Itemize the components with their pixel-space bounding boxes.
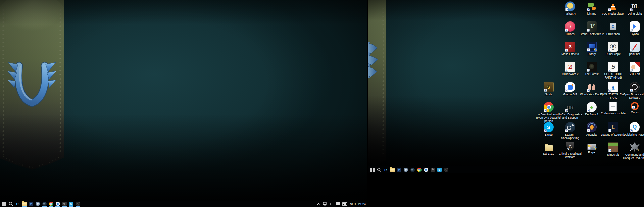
desktop-icon-itunes[interactable]: ♪↗ iTunes <box>559 21 581 36</box>
shortcut-arrow-icon: ↗ <box>630 69 633 72</box>
desktop-icon-sims-4[interactable]: ◆↗ De Sims 4 <box>581 102 602 116</box>
action-center-icon[interactable] <box>336 202 340 206</box>
taskbar-app-edge[interactable]: e <box>382 166 389 173</box>
taskbar-app-chrome[interactable] <box>48 201 54 207</box>
gtav-icon: V↗ <box>587 21 597 32</box>
desktop-icon-guild-wars-2[interactable]: 2↗ Guild Wars 2 <box>559 62 581 76</box>
league-icon: L↗ <box>608 122 618 132</box>
shortcut-arrow-icon: ↗ <box>587 8 590 11</box>
desktop-icon-recycle-bin[interactable]: ♻ Prullenbak <box>602 21 624 36</box>
desktop-icon-the-forest[interactable]: ↗ The Forest <box>581 62 602 76</box>
desktop-icon-gta-v[interactable]: V↗ Grand Theft Auto V <box>581 21 602 36</box>
chrome-icon <box>49 202 53 206</box>
shortcut-arrow-icon: ↗ <box>608 69 611 72</box>
obs-icon <box>444 168 448 172</box>
desktop-icon-joinme[interactable]: ↗ join.me <box>581 1 602 15</box>
desktop-icon-command-conquer[interactable]: ↗ Command and Conquer Red Alert <box>624 142 644 160</box>
taskbar-app-steam[interactable] <box>41 201 48 207</box>
desktop-icon-vlc[interactable]: ↗ VLC media player <box>602 1 624 15</box>
taskbar-app-film-tv[interactable] <box>396 166 402 173</box>
desktop-icon-obs[interactable]: ↗ Open Broadcaster Software <box>624 82 644 99</box>
vlc-icon: ↗ <box>608 1 618 11</box>
taskbar-app-round[interactable] <box>34 201 41 207</box>
shortcut-arrow-icon: ↗ <box>565 89 568 92</box>
camera-icon <box>431 168 435 172</box>
shortcut-arrow-icon: ↗ <box>544 89 547 92</box>
desktop-icon-paint-net[interactable]: ↗ paint.net <box>624 42 644 56</box>
desktop-icon-vtfedit[interactable]: ↗ VTFEdit <box>624 62 644 76</box>
taskbar-app-file-explorer[interactable] <box>21 201 28 207</box>
windows-logo-icon <box>370 168 375 172</box>
desktop-icon-hirez-diagnostics[interactable]: HR↗ Hi-Rez Diagnostics and Support <box>559 102 581 119</box>
desktop-icon-fraps[interactable]: 99↗ Fraps <box>581 142 602 154</box>
taskbar-app-round[interactable] <box>402 166 409 173</box>
desktop-icon-gyazo[interactable]: ↗ Gyazo <box>624 21 644 36</box>
shortcut-arrow-icon: ↗ <box>630 29 633 32</box>
gyazo-gif-icon: ↗ <box>565 82 575 92</box>
search-button[interactable] <box>7 201 14 207</box>
taskbar-app-camera[interactable] <box>429 166 436 173</box>
sims4-icon: ◆↗ <box>587 102 597 112</box>
taskbar-app-file-explorer[interactable] <box>389 166 396 173</box>
desktop-icon-minecraft[interactable]: ↗ Minecraft <box>602 142 624 156</box>
shortcut-arrow-icon: ↗ <box>588 147 591 150</box>
taskbar-app-obs[interactable] <box>75 201 81 207</box>
desktop-icon-sai-folder[interactable]: Sai 1.1.0 <box>538 142 559 155</box>
desktop-icon-fallout-4[interactable]: ↗ Fallout 4 <box>559 1 581 15</box>
taskbar-app-film-tv[interactable] <box>28 201 34 207</box>
touch-keyboard-icon[interactable] <box>342 202 347 206</box>
shortcut-arrow-icon: ↗ <box>608 49 611 52</box>
taskbar-app-obs[interactable] <box>443 166 449 173</box>
desktop-icon-dying-light[interactable]: DL↗ Dying Light <box>624 1 644 15</box>
paintnet-icon: ↗ <box>630 42 640 52</box>
taskbar-left-apps: e S <box>0 201 81 207</box>
network-icon[interactable] <box>323 202 327 206</box>
shortcut-arrow-icon: ↗ <box>587 89 590 92</box>
taskbar-app-steam[interactable] <box>409 166 416 173</box>
desktop-icon-clip-studio[interactable]: S↗ CLIP STUDIO PAINT (64bit) <box>602 62 624 79</box>
steam-icon <box>410 168 415 172</box>
audacity-icon: ↗ <box>587 122 597 132</box>
desktop-icon-chrome-song[interactable]: ↗ a Beautifull song given by a beautiful… <box>538 102 559 123</box>
language-indicator[interactable]: NLD <box>350 202 356 206</box>
shortcut-arrow-icon: ↗ <box>632 106 635 109</box>
desktop-icon-pdf-document[interactable]: epdf↗ E045_732785_Rev... FAAC <box>602 82 624 99</box>
clock[interactable]: 21:24 <box>358 202 366 206</box>
desktop-icon-origin[interactable]: ↗ Origin <box>624 102 644 114</box>
minecraft-block-icon: ↗ <box>608 142 618 152</box>
volume-icon[interactable] <box>330 202 334 206</box>
gyazo-icon: ↗ <box>630 21 640 32</box>
desktop-icon-league-of-legends[interactable]: L↗ League of Legends <box>602 122 624 136</box>
shortcut-arrow-icon: ↗ <box>565 8 568 11</box>
desktop-icon-code-steam-mobile[interactable]: Code steam mobile <box>602 102 624 115</box>
taskbar-app-media[interactable] <box>54 201 61 207</box>
desktop-icon-audacity[interactable]: ↗ Audacity <box>581 122 602 136</box>
desktop-icon-steam[interactable]: ↗ Steam - Snelkoppeling <box>559 122 581 140</box>
taskbar-app-media[interactable] <box>423 166 429 173</box>
forest-icon: ↗ <box>587 62 597 72</box>
taskbar-app-edge[interactable]: e <box>14 201 21 207</box>
runescape-icon: R↗ <box>608 42 618 52</box>
desktop-icon-chivalry[interactable]: C↗ Chivalry Medieval Warfare <box>559 142 581 159</box>
origin-icon: ↗ <box>631 102 639 110</box>
desktop-icon-gyazo-gif[interactable]: ↗ Gyazo GIF <box>559 82 581 96</box>
desktop-icon-runescape[interactable]: R↗ RuneScape <box>602 42 624 56</box>
desktop-icon-quicktime[interactable]: Q↗ QuickTime Player <box>624 122 644 136</box>
guild-wars-icon: 2↗ <box>565 62 575 72</box>
start-button[interactable] <box>1 201 7 207</box>
desktop-icon-smite[interactable]: S↗ Smite <box>538 82 559 96</box>
taskbar-app-skype[interactable]: S <box>436 166 443 173</box>
desktop-icon-mass-effect-3[interactable]: 3↗ Mass Effect 3 <box>559 42 581 56</box>
taskbar-app-chrome[interactable] <box>416 166 423 173</box>
chevron-up-icon[interactable] <box>317 203 320 205</box>
taskbar-app-skype[interactable]: S <box>68 201 75 207</box>
camera-icon <box>62 202 67 206</box>
desktop-icon-dxtory[interactable]: ↗ Dxtory <box>581 42 602 56</box>
start-button[interactable] <box>369 166 376 173</box>
taskbar-app-camera[interactable] <box>61 201 68 207</box>
desktop-icon-whos-your-daddy[interactable]: ↗ Who's Your Daddy <box>581 82 602 96</box>
desktop-icon-skype[interactable]: S↗ Skype <box>538 122 559 136</box>
clip-studio-icon: S↗ <box>608 62 618 72</box>
search-button[interactable] <box>376 166 382 173</box>
shortcut-arrow-icon: ↗ <box>565 29 568 32</box>
